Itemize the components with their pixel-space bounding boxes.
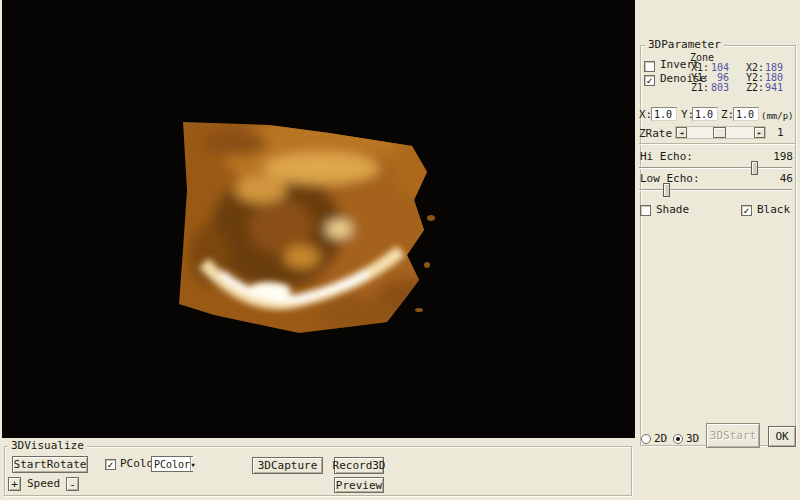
- pcolor-dropdown-arrow-icon[interactable]: ▼: [190, 457, 195, 471]
- mode-2d-label: 2D: [654, 433, 667, 445]
- render-viewport[interactable]: [2, 0, 635, 438]
- scale-x-input[interactable]: [651, 107, 677, 121]
- speed-label: Speed: [27, 478, 60, 490]
- 3dstart-button[interactable]: 3DStart: [706, 423, 760, 448]
- pcolor-dropdown[interactable]: PColor ▼: [151, 456, 193, 472]
- black-checkbox[interactable]: ✓: [741, 205, 752, 216]
- denoise-checkbox[interactable]: ✓: [644, 75, 655, 86]
- scale-z-input[interactable]: [733, 107, 759, 121]
- mode-3d-radio[interactable]: [673, 434, 683, 444]
- shade-checkbox[interactable]: [640, 205, 651, 216]
- black-label: Black: [757, 204, 790, 216]
- zrate-scrollbar-track[interactable]: [687, 127, 754, 138]
- preview-button[interactable]: Preview: [334, 477, 384, 493]
- record3d-button[interactable]: Record3D: [334, 457, 384, 474]
- zrate-value: 1: [777, 127, 784, 139]
- hi-echo-slider-track[interactable]: [639, 167, 792, 169]
- speed-minus-button[interactable]: -: [66, 477, 79, 491]
- ultrasound-volume-image: [169, 105, 439, 345]
- zone-z2-value: 941: [757, 83, 783, 93]
- hi-echo-value: 198: [755, 151, 793, 163]
- parameter-separator: [639, 143, 795, 145]
- mode-2d-radio[interactable]: [641, 434, 651, 444]
- pcolor-checkbox[interactable]: ✓: [105, 459, 116, 470]
- scale-unit-label: (mm/p): [761, 110, 794, 122]
- zone-z1-value: 803: [703, 83, 729, 93]
- zrate-label: ZRate: [639, 128, 672, 140]
- scale-y-input[interactable]: [692, 107, 718, 121]
- parameter-groupbox: [640, 45, 796, 446]
- pcolor-dropdown-value: PColor: [152, 459, 190, 470]
- zrate-scrollbar-thumb[interactable]: [713, 127, 726, 138]
- hi-echo-label: Hi Echo:: [640, 151, 693, 163]
- low-echo-value: 46: [755, 173, 793, 185]
- invert-checkbox[interactable]: [644, 61, 655, 72]
- visualize-group-title: 3DVisualize: [8, 440, 87, 451]
- start-rotate-button[interactable]: StartRotate: [12, 456, 88, 473]
- 3dcapture-button[interactable]: 3DCapture: [252, 457, 323, 474]
- parameter-group-title: 3DParameter: [645, 39, 724, 50]
- app-window: { "colors": { "panel_bg": "#ece9d8", "vi…: [0, 0, 800, 500]
- zrate-scroll-right-icon[interactable]: ►: [754, 127, 765, 138]
- ok-button[interactable]: OK: [768, 426, 796, 447]
- low-echo-slider-track[interactable]: [639, 189, 792, 191]
- low-echo-slider-thumb[interactable]: [663, 183, 670, 197]
- shade-label: Shade: [656, 204, 689, 216]
- low-echo-label: Low Echo:: [640, 173, 700, 185]
- zrate-scroll-left-icon[interactable]: ◄: [676, 127, 687, 138]
- zrate-scrollbar[interactable]: ◄ ►: [675, 126, 766, 139]
- mode-3d-label: 3D: [686, 433, 699, 445]
- speed-plus-button[interactable]: +: [8, 477, 21, 491]
